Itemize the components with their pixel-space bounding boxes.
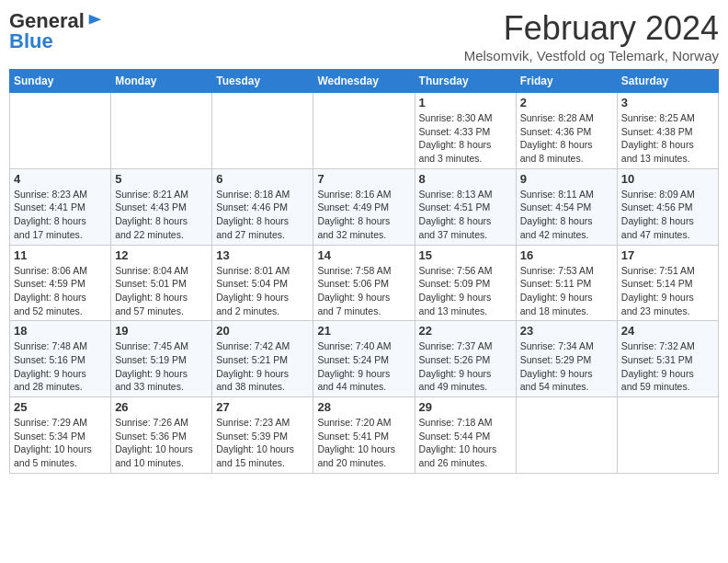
calendar-cell [212, 93, 313, 169]
month-title: February 2024 [464, 9, 719, 48]
day-info: Sunrise: 7:58 AMSunset: 5:06 PMDaylight:… [317, 264, 410, 318]
header-day: Monday [111, 70, 212, 93]
calendar-cell: 29Sunrise: 7:18 AMSunset: 5:44 PMDayligh… [415, 397, 516, 474]
calendar-cell: 15Sunrise: 7:56 AMSunset: 5:09 PMDayligh… [415, 245, 516, 321]
day-number: 1 [419, 96, 512, 109]
calendar-cell: 21Sunrise: 7:40 AMSunset: 5:24 PMDayligh… [313, 321, 415, 397]
logo-flag-icon [86, 13, 103, 29]
calendar-cell: 23Sunrise: 7:34 AMSunset: 5:29 PMDayligh… [516, 321, 617, 397]
calendar-cell [617, 397, 718, 474]
day-number: 14 [317, 248, 410, 262]
day-info: Sunrise: 8:11 AMSunset: 4:54 PMDaylight:… [520, 188, 613, 242]
day-info: Sunrise: 7:26 AMSunset: 5:36 PMDaylight:… [115, 416, 208, 470]
calendar-header: SundayMondayTuesdayWednesdayThursdayFrid… [10, 70, 719, 93]
calendar-cell: 14Sunrise: 7:58 AMSunset: 5:06 PMDayligh… [313, 245, 415, 321]
calendar-cell [516, 397, 617, 474]
calendar-cell: 17Sunrise: 7:51 AMSunset: 5:14 PMDayligh… [617, 245, 718, 321]
header-day: Saturday [617, 70, 718, 93]
calendar-week: 18Sunrise: 7:48 AMSunset: 5:16 PMDayligh… [10, 321, 719, 397]
day-number: 29 [419, 400, 512, 414]
calendar-cell: 24Sunrise: 7:32 AMSunset: 5:31 PMDayligh… [617, 321, 718, 397]
day-number: 24 [621, 324, 714, 338]
header-day: Thursday [415, 70, 516, 93]
calendar-cell: 26Sunrise: 7:26 AMSunset: 5:36 PMDayligh… [111, 397, 212, 474]
calendar-cell [111, 93, 212, 169]
header-row: SundayMondayTuesdayWednesdayThursdayFrid… [10, 70, 719, 93]
day-info: Sunrise: 7:20 AMSunset: 5:41 PMDaylight:… [317, 416, 410, 470]
day-number: 13 [216, 248, 309, 262]
day-info: Sunrise: 8:28 AMSunset: 4:36 PMDaylight:… [520, 111, 613, 166]
calendar-cell: 10Sunrise: 8:09 AMSunset: 4:56 PMDayligh… [617, 168, 718, 245]
calendar-cell: 27Sunrise: 7:23 AMSunset: 5:39 PMDayligh… [212, 397, 313, 474]
calendar-cell: 16Sunrise: 7:53 AMSunset: 5:11 PMDayligh… [516, 245, 617, 321]
calendar-cell: 25Sunrise: 7:29 AMSunset: 5:34 PMDayligh… [10, 397, 111, 474]
day-number: 16 [520, 248, 613, 262]
day-info: Sunrise: 7:51 AMSunset: 5:14 PMDaylight:… [621, 264, 714, 318]
calendar-cell: 8Sunrise: 8:13 AMSunset: 4:51 PMDaylight… [415, 168, 516, 245]
day-number: 8 [419, 172, 512, 186]
svg-marker-0 [89, 15, 102, 25]
day-number: 20 [216, 324, 309, 338]
day-number: 21 [317, 324, 410, 338]
calendar-cell [10, 93, 111, 169]
location: Melsomvik, Vestfold og Telemark, Norway [464, 48, 719, 63]
calendar-week: 11Sunrise: 8:06 AMSunset: 4:59 PMDayligh… [10, 245, 719, 321]
day-number: 3 [621, 96, 714, 109]
calendar-cell: 7Sunrise: 8:16 AMSunset: 4:49 PMDaylight… [313, 168, 415, 245]
day-info: Sunrise: 7:42 AMSunset: 5:21 PMDaylight:… [216, 339, 309, 394]
day-info: Sunrise: 8:30 AMSunset: 4:33 PMDaylight:… [419, 111, 512, 166]
day-number: 26 [115, 400, 208, 414]
calendar-week: 1Sunrise: 8:30 AMSunset: 4:33 PMDaylight… [10, 93, 719, 169]
day-number: 7 [317, 172, 410, 186]
day-info: Sunrise: 7:32 AMSunset: 5:31 PMDaylight:… [621, 339, 714, 394]
day-number: 28 [317, 400, 410, 414]
day-info: Sunrise: 7:48 AMSunset: 5:16 PMDaylight:… [14, 339, 107, 394]
calendar-week: 4Sunrise: 8:23 AMSunset: 4:41 PMDaylight… [10, 168, 719, 245]
day-info: Sunrise: 8:13 AMSunset: 4:51 PMDaylight:… [419, 188, 512, 242]
calendar-cell: 6Sunrise: 8:18 AMSunset: 4:46 PMDaylight… [212, 168, 313, 245]
day-info: Sunrise: 7:23 AMSunset: 5:39 PMDaylight:… [216, 416, 309, 470]
calendar-cell: 2Sunrise: 8:28 AMSunset: 4:36 PMDaylight… [516, 93, 617, 169]
calendar-cell [313, 93, 415, 169]
header-day: Tuesday [212, 70, 313, 93]
day-info: Sunrise: 8:18 AMSunset: 4:46 PMDaylight:… [216, 188, 309, 242]
day-number: 4 [14, 172, 107, 186]
calendar-cell: 3Sunrise: 8:25 AMSunset: 4:38 PMDaylight… [617, 93, 718, 169]
calendar-cell: 12Sunrise: 8:04 AMSunset: 5:01 PMDayligh… [111, 245, 212, 321]
calendar-cell: 28Sunrise: 7:20 AMSunset: 5:41 PMDayligh… [313, 397, 415, 474]
calendar-cell: 19Sunrise: 7:45 AMSunset: 5:19 PMDayligh… [111, 321, 212, 397]
day-number: 10 [621, 172, 714, 186]
day-info: Sunrise: 8:01 AMSunset: 5:04 PMDaylight:… [216, 264, 309, 318]
page-header: General Blue February 2024 Melsomvik, Ve… [9, 9, 719, 63]
calendar-cell: 9Sunrise: 8:11 AMSunset: 4:54 PMDaylight… [516, 168, 617, 245]
day-number: 19 [115, 324, 208, 338]
logo: General Blue [9, 9, 103, 53]
day-info: Sunrise: 7:56 AMSunset: 5:09 PMDaylight:… [419, 264, 512, 318]
day-number: 6 [216, 172, 309, 186]
day-info: Sunrise: 8:21 AMSunset: 4:43 PMDaylight:… [115, 188, 208, 242]
day-info: Sunrise: 8:09 AMSunset: 4:56 PMDaylight:… [621, 188, 714, 242]
day-info: Sunrise: 8:25 AMSunset: 4:38 PMDaylight:… [621, 111, 714, 166]
day-number: 25 [14, 400, 107, 414]
day-info: Sunrise: 8:06 AMSunset: 4:59 PMDaylight:… [14, 264, 107, 318]
day-info: Sunrise: 8:16 AMSunset: 4:49 PMDaylight:… [317, 188, 410, 242]
header-day: Wednesday [313, 70, 415, 93]
calendar-cell: 5Sunrise: 8:21 AMSunset: 4:43 PMDaylight… [111, 168, 212, 245]
day-number: 12 [115, 248, 208, 262]
title-block: February 2024 Melsomvik, Vestfold og Tel… [464, 9, 719, 63]
day-number: 5 [115, 172, 208, 186]
day-number: 23 [520, 324, 613, 338]
calendar-cell: 18Sunrise: 7:48 AMSunset: 5:16 PMDayligh… [10, 321, 111, 397]
calendar-cell: 13Sunrise: 8:01 AMSunset: 5:04 PMDayligh… [212, 245, 313, 321]
header-day: Friday [516, 70, 617, 93]
day-number: 18 [14, 324, 107, 338]
header-day: Sunday [10, 70, 111, 93]
day-info: Sunrise: 7:18 AMSunset: 5:44 PMDaylight:… [419, 416, 512, 470]
day-number: 27 [216, 400, 309, 414]
day-info: Sunrise: 8:23 AMSunset: 4:41 PMDaylight:… [14, 188, 107, 242]
day-number: 9 [520, 172, 613, 186]
day-number: 22 [419, 324, 512, 338]
calendar-cell: 1Sunrise: 8:30 AMSunset: 4:33 PMDaylight… [415, 93, 516, 169]
day-info: Sunrise: 7:34 AMSunset: 5:29 PMDaylight:… [520, 339, 613, 394]
day-info: Sunrise: 8:04 AMSunset: 5:01 PMDaylight:… [115, 264, 208, 318]
